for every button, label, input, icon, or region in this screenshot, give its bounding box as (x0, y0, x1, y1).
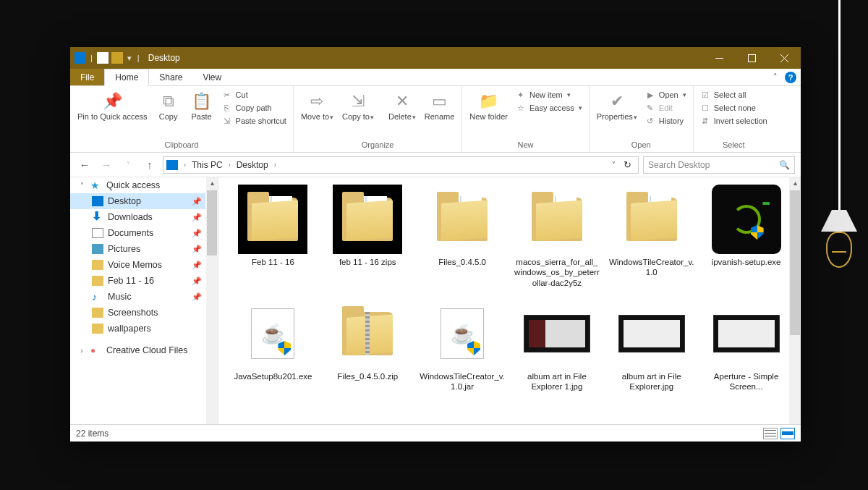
up-button[interactable]: ↑ (141, 159, 158, 171)
sidebar-item[interactable]: Pictures📌 (70, 241, 205, 257)
file-item[interactable]: feb 11 - 16 zips (323, 185, 412, 293)
qat-dropdown-icon[interactable]: ▾ (127, 54, 132, 63)
chevron-down-icon[interactable]: ˅ (77, 182, 86, 190)
scroll-thumb[interactable] (790, 190, 800, 335)
item-name: album art in File Explorer.jpg (608, 371, 695, 392)
new-item-button[interactable]: ✦New item (514, 89, 584, 101)
file-item[interactable]: Files_0.4.5.0 (418, 185, 507, 293)
collapse-ribbon-icon[interactable]: ˄ (773, 72, 778, 82)
refresh-icon[interactable]: ↻ (620, 159, 635, 170)
file-tab[interactable]: File (70, 69, 104, 85)
file-item[interactable]: album art in File Explorer 1.jpg (513, 299, 602, 407)
svg-rect-1 (749, 54, 756, 62)
content-scrollbar[interactable]: ▴ (789, 177, 801, 424)
chevron-right-icon[interactable]: › (271, 161, 279, 169)
file-item[interactable]: WindowsTileCreator_v.1.0 (607, 185, 696, 293)
delete-button[interactable]: ✕Delete (386, 89, 419, 123)
open-button[interactable]: ▶Open (643, 89, 689, 101)
sidebar-scrollbar[interactable]: ▴ (206, 177, 218, 424)
sidebar-item[interactable]: wallpapers (70, 321, 205, 337)
paste-button[interactable]: 📋 Paste (187, 89, 217, 123)
new-item-icon: ✦ (516, 90, 526, 100)
chevron-right-icon[interactable]: › (226, 161, 234, 169)
scroll-thumb[interactable] (207, 190, 217, 255)
sidebar-item[interactable]: Documents📌 (70, 225, 205, 241)
copy-button[interactable]: ⧉ Copy (153, 89, 184, 123)
recent-dropdown-icon[interactable]: ˅ (119, 161, 137, 169)
sidebar-item-label: Desktop (108, 196, 141, 206)
history-button[interactable]: ↺History (643, 115, 689, 127)
item-thumbnail (617, 299, 686, 368)
this-pc-icon (166, 160, 178, 170)
address-bar[interactable]: › This PC › Desktop › ˅ ↻ (163, 156, 639, 174)
view-tab[interactable]: View (192, 69, 231, 85)
file-item[interactable]: ▪▪▪ipvanish-setup.exe (702, 185, 791, 293)
invert-selection-button[interactable]: ⇵Invert selection (698, 115, 770, 127)
pin-to-quick-access-button[interactable]: 📌 Pin to Quick access (75, 89, 150, 123)
sidebar-item-label: Pictures (108, 244, 140, 254)
select-all-button[interactable]: ☑Select all (698, 89, 770, 101)
breadcrumb-leaf[interactable]: Desktop (235, 160, 270, 170)
easy-access-button[interactable]: ☆Easy access (514, 102, 584, 114)
file-item[interactable]: Feb 11 - 16 (229, 185, 318, 293)
new-folder-icon: 📁 (478, 90, 500, 112)
sidebar-label: Creative Cloud Files (106, 345, 188, 355)
file-item[interactable]: Files_0.4.5.0.zip (323, 299, 412, 407)
copy-path-button[interactable]: ⎘Copy path (220, 102, 289, 114)
file-item[interactable]: ☕WindowsTileCreator_v.1.0.jar (418, 299, 507, 407)
minimize-button[interactable] (703, 47, 736, 69)
titlebar[interactable]: | ▾ | Desktop (70, 47, 801, 69)
file-item[interactable]: ☕JavaSetup8u201.exe (229, 299, 318, 407)
properties-button[interactable]: ✔Properties (594, 89, 640, 123)
sidebar-item[interactable]: Voice Memos📌 (70, 257, 205, 273)
back-button[interactable]: ← (76, 159, 93, 171)
file-item[interactable]: macos_sierra_for_all_windows_os_by_peter… (513, 185, 602, 293)
sidebar-item[interactable]: ⬇Downloads📌 (70, 209, 205, 225)
search-input[interactable]: Search Desktop 🔍 (643, 156, 795, 174)
chevron-right-icon[interactable]: › (77, 347, 86, 355)
home-tab[interactable]: Home (104, 69, 149, 86)
pin-icon: 📌 (192, 213, 202, 222)
new-folder-button[interactable]: 📁New folder (467, 89, 511, 123)
share-tab[interactable]: Share (149, 69, 192, 85)
forward-button[interactable]: → (98, 159, 115, 171)
group-label: New (462, 139, 588, 152)
chevron-right-icon[interactable]: › (181, 161, 189, 169)
pin-icon: 📌 (192, 245, 202, 254)
large-icons-view-button[interactable] (780, 428, 795, 439)
file-item[interactable]: album art in File Explorer.jpg (607, 299, 696, 407)
sidebar-item[interactable]: Feb 11 - 16📌 (70, 273, 205, 289)
copy-to-button[interactable]: ⇲Copy to (339, 89, 377, 123)
address-dropdown-icon[interactable]: ˅ (609, 161, 618, 169)
cut-button[interactable]: ✂Cut (220, 89, 289, 101)
sidebar-item[interactable]: Desktop📌 (70, 193, 205, 209)
edit-icon: ✎ (645, 103, 655, 113)
move-to-button[interactable]: ⇨Move to (298, 89, 336, 123)
sidebar-item-label: Documents (108, 228, 153, 238)
scroll-up-icon[interactable]: ▴ (206, 177, 218, 189)
open-icon: ▶ (645, 90, 655, 100)
scroll-up-icon[interactable]: ▴ (789, 177, 801, 189)
close-button[interactable] (768, 47, 801, 69)
sidebar-creative-cloud[interactable]: › ● Creative Cloud Files (70, 342, 205, 358)
sidebar-quick-access[interactable]: ˅ ★ Quick access (70, 177, 205, 193)
sidebar-item[interactable]: Screenshots (70, 305, 205, 321)
group-label: Clipboard (70, 139, 293, 152)
help-icon[interactable]: ? (785, 72, 796, 83)
details-view-button[interactable] (763, 428, 778, 439)
window-title: Desktop (148, 53, 180, 63)
paste-shortcut-button[interactable]: ⇲Paste shortcut (220, 115, 289, 127)
explorer-icon (75, 52, 86, 64)
file-item[interactable]: Aperture - Simple Screen... (702, 299, 791, 407)
lamp-shade (821, 210, 857, 232)
breadcrumb-root[interactable]: This PC (190, 160, 224, 170)
content-pane[interactable]: Feb 11 - 16feb 11 - 16 zipsFiles_0.4.5.0… (218, 177, 801, 424)
maximize-button[interactable] (736, 47, 768, 69)
select-none-button[interactable]: ☐Select none (698, 102, 770, 114)
properties-qat-icon[interactable] (97, 52, 109, 64)
edit-button[interactable]: ✎Edit (643, 102, 689, 114)
sidebar-item[interactable]: ♪Music📌 (70, 289, 205, 305)
new-folder-qat-icon[interactable] (111, 52, 123, 64)
rename-button[interactable]: ▭Rename (422, 89, 458, 123)
item-thumbnail (617, 185, 686, 254)
